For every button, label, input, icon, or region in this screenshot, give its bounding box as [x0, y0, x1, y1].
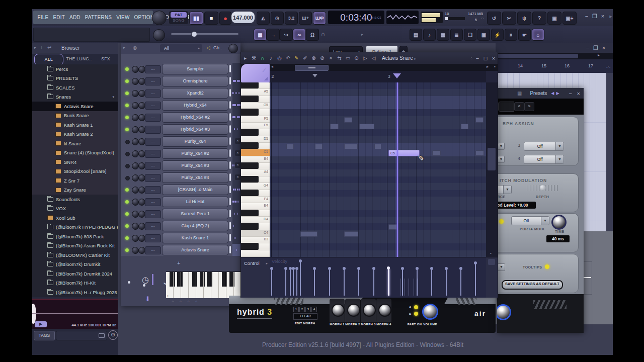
channel-name-button[interactable]: Sampler — [162, 64, 228, 74]
metronome-icon[interactable]: ◭ — [257, 12, 270, 25]
channel-preview[interactable]: ✕ — [232, 147, 240, 159]
channel-volume-knob[interactable] — [138, 223, 145, 230]
porta-time-knob[interactable] — [551, 215, 567, 230]
channel-enable-led[interactable] — [125, 200, 129, 204]
slice-tool-icon[interactable]: ⊘ — [318, 55, 327, 61]
piano-roll-icon[interactable]: ♪ — [423, 29, 436, 41]
velocity-bar[interactable] — [296, 269, 297, 296]
menu-item[interactable]: ADD — [67, 15, 83, 20]
playlist-restore-button[interactable]: ❐ — [592, 45, 600, 51]
performance-icon[interactable]: ¤ — [505, 29, 517, 41]
channel-preview[interactable]: ✕ — [232, 135, 240, 147]
velocity-bar[interactable] — [300, 262, 301, 296]
browser-collapse-icon[interactable]: ▸ — [34, 45, 36, 50]
browser-icon[interactable]: ❏ — [464, 29, 476, 41]
piano-key[interactable]: E5 — [241, 123, 270, 129]
pedal-icon[interactable]: Ω — [306, 29, 319, 41]
mixer-target-box[interactable]: --- — [145, 234, 161, 242]
channel-enable-led[interactable] — [125, 92, 129, 95]
pr-scroll-dot-icon[interactable]: ▪ — [494, 64, 496, 69]
ghost-note[interactable] — [475, 150, 484, 156]
mixer-target-box[interactable]: --- — [145, 89, 161, 98]
velocity-bar[interactable] — [475, 264, 476, 296]
clear-morph-button[interactable]: CLEAR — [293, 313, 317, 320]
depth-handle[interactable] — [540, 185, 545, 191]
mixer-target-box[interactable]: --- — [145, 65, 161, 73]
search-folder-icon[interactable] — [99, 333, 105, 338]
volume-knob[interactable] — [422, 304, 438, 320]
morph-knob[interactable] — [378, 304, 391, 317]
mixer-target-box[interactable]: --- — [145, 126, 161, 134]
mixer-target-box[interactable]: --- — [145, 186, 161, 194]
pr-maximize-button[interactable]: □ — [481, 55, 490, 61]
channel-preview[interactable] — [232, 87, 240, 99]
piano-key[interactable]: G5 — [241, 103, 270, 109]
browser-tab[interactable]: ALL — [34, 54, 63, 65]
playlist-icon[interactable]: ▤ — [410, 29, 422, 41]
channel-enable-led[interactable] — [125, 128, 129, 131]
browser-item[interactable]: (@Bloom7k HYPERPLUGG Kit — [32, 223, 118, 232]
browser-item[interactable]: Soundfonts — [32, 195, 118, 204]
time-display[interactable]: 0:03:40M:S:CS — [328, 11, 384, 24]
channel-name-button[interactable]: Surreal Perc 1 — [162, 209, 228, 219]
pr-close-button[interactable]: × — [490, 55, 498, 61]
channel-pan-knob[interactable] — [132, 126, 139, 133]
part-b-led[interactable] — [414, 312, 418, 316]
morph-slot-button[interactable]: 3 — [305, 307, 311, 312]
porta-mode-dropdown[interactable]: Off▼ — [511, 216, 549, 225]
porta-led[interactable] — [499, 219, 504, 224]
playlist-scrollbar[interactable]: ▸ — [496, 53, 613, 59]
cut-icon[interactable]: ✂ — [502, 12, 516, 25]
close-button[interactable]: × — [599, 13, 607, 20]
typing-keyboard-icon[interactable]: ШФ — [313, 12, 326, 25]
rack-menu-icon[interactable]: ▸ — [123, 45, 125, 50]
piano-key[interactable] — [241, 82, 270, 89]
channel-enable-led[interactable] — [125, 140, 130, 144]
channel-preview[interactable]: ✕ — [232, 159, 240, 171]
morph-knob[interactable] — [347, 304, 360, 317]
pat-song-switch[interactable]: PAT SONG — [169, 11, 188, 24]
channel-preview[interactable] — [232, 244, 240, 256]
browser-item[interactable]: Z Snr 7 — [32, 176, 118, 186]
pr-vscroll-handle[interactable] — [488, 148, 496, 170]
browser-item[interactable]: Kash Snare 1 — [32, 120, 118, 130]
morph-slot-button[interactable]: 2 — [299, 307, 305, 312]
browser-back-icon[interactable]: ↩ — [47, 45, 51, 50]
pr-scroll-left-icon[interactable]: ◂ — [271, 64, 273, 69]
velocity-bar[interactable] — [431, 269, 432, 296]
channel-name-button[interactable]: Clap 4 (EQ 2) — [162, 221, 228, 231]
piano-key[interactable]: C4 — [241, 230, 270, 237]
keyboard-scroll-left-icon[interactable]: ‹ — [167, 294, 169, 298]
channel-volume-knob[interactable] — [138, 78, 145, 85]
ghost-note[interactable] — [475, 117, 484, 123]
channel-volume-knob[interactable] — [138, 102, 145, 109]
playhead-marker[interactable] — [393, 73, 401, 78]
depth-slider[interactable] — [524, 185, 560, 191]
browser-item[interactable]: Zay Snare — [32, 186, 118, 195]
minimize-button[interactable]: − — [583, 13, 591, 20]
assign-value-dropdown[interactable]: Off▼ — [524, 142, 564, 151]
rack-speaker-icon[interactable]: ◁ — [206, 45, 210, 50]
channel-name-button[interactable]: [CRASH]..o Main — [162, 185, 228, 195]
lane-option-button[interactable] — [488, 259, 495, 265]
channel-pan-knob[interactable] — [132, 138, 139, 145]
channel-pan-knob[interactable] — [132, 247, 139, 254]
browser-item[interactable]: (@Bloom7k) Drumkit — [32, 260, 118, 269]
browser-item[interactable]: (@Bloom7k) 808 Pack — [32, 232, 118, 241]
channel-preview[interactable] — [232, 75, 240, 87]
channel-preview[interactable] — [232, 220, 240, 232]
mixer-target-box[interactable]: --- — [145, 222, 161, 230]
pr-control-header[interactable]: Control ▸ — [241, 257, 270, 298]
center-icon[interactable]: ↺ — [487, 12, 501, 25]
channel-pan-knob[interactable] — [132, 187, 139, 194]
channel-enable-led[interactable] — [125, 188, 129, 192]
piano-key[interactable] — [241, 163, 270, 169]
mixer-target-box[interactable]: --- — [145, 150, 161, 158]
ghost-note[interactable] — [359, 124, 374, 129]
clock-icon[interactable]: ◷ — [142, 275, 149, 285]
mixer-icon[interactable]: ≣ — [450, 29, 463, 41]
piano-key[interactable]: B3 — [241, 237, 270, 243]
channel-enable-led[interactable] — [125, 212, 129, 216]
ghost-note[interactable] — [461, 124, 468, 129]
browser-item[interactable]: StoopidXool [Snare] — [32, 167, 118, 176]
